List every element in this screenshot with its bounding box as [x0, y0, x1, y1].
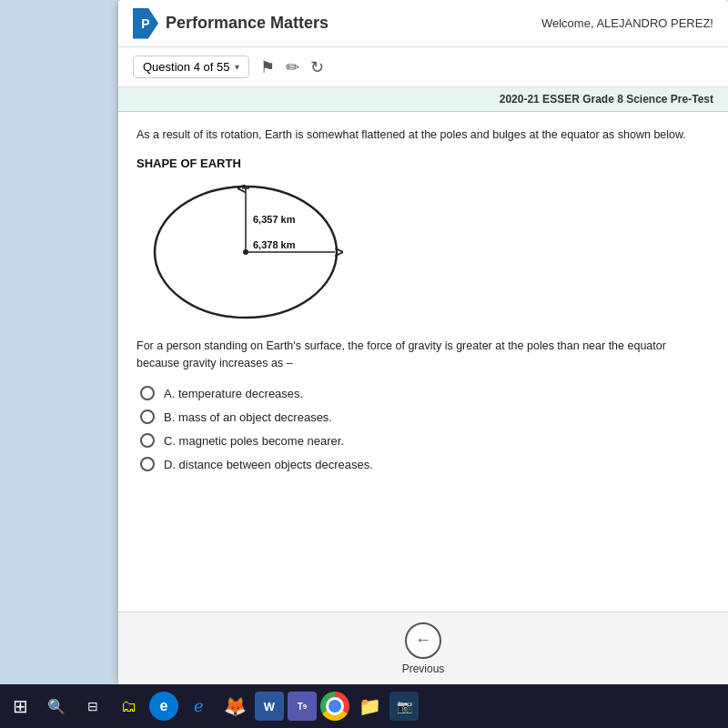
taskbar: ⊞ 🔍 ⊟ 🗂 e ℯ 🦊 W T9 📁 📷: [0, 684, 728, 728]
choice-b[interactable]: B. mass of an object decreases.: [140, 410, 710, 424]
choice-d[interactable]: D. distance between objects decreases.: [140, 457, 710, 471]
choice-d-label: D. distance between objects decreases.: [164, 458, 373, 471]
file-explorer-icon[interactable]: 🗂: [113, 690, 146, 723]
choice-a-label: A. temperature decreases.: [164, 387, 303, 400]
pm-logo: P Performance Matters: [133, 8, 329, 39]
radio-a[interactable]: [140, 386, 155, 400]
question-intro: As a result of its rotation, Earth is so…: [136, 126, 710, 144]
previous-arrow-icon: ←: [405, 622, 441, 659]
choice-b-label: B. mass of an object decreases.: [164, 410, 332, 424]
search-taskbar-button[interactable]: 🔍: [40, 690, 73, 723]
svg-text:6,378 km: 6,378 km: [253, 239, 296, 250]
task-view-button[interactable]: ⊟: [76, 690, 109, 723]
teams-icon[interactable]: T9: [288, 692, 317, 721]
edge-icon[interactable]: e: [149, 692, 178, 721]
flag-icon[interactable]: ⚑: [260, 57, 275, 77]
camera-icon[interactable]: 📷: [389, 692, 419, 721]
word-icon[interactable]: W: [255, 692, 284, 721]
refresh-icon[interactable]: ↻: [310, 57, 324, 77]
earth-ellipse-svg: 6,357 km 6,378 km: [146, 179, 346, 325]
radio-d[interactable]: [140, 457, 155, 471]
start-button[interactable]: ⊞: [4, 690, 36, 723]
sub-header: Question 4 of 55 ▾ ⚑ ✏ ↻: [118, 47, 728, 87]
previous-label: Previous: [402, 662, 445, 675]
welcome-text: Welcome, ALEJANDRO PEREZ!: [541, 16, 713, 30]
question-label: Question 4 of 55: [143, 60, 229, 74]
footer: ← Previous: [118, 612, 728, 684]
radio-b[interactable]: [140, 410, 155, 424]
dropdown-arrow-icon: ▾: [235, 62, 239, 72]
files-icon[interactable]: 📁: [353, 690, 386, 723]
test-label-text: 2020-21 ESSER Grade 8 Science Pre-Test: [500, 93, 713, 106]
previous-button[interactable]: ← Previous: [402, 622, 445, 675]
pm-logo-icon: P: [133, 8, 158, 39]
answer-choices: A. temperature decreases. B. mass of an …: [140, 386, 710, 471]
choice-c[interactable]: C. magnetic poles become nearer.: [140, 433, 710, 448]
ie-icon[interactable]: ℯ: [182, 690, 215, 723]
edit-icon[interactable]: ✏: [286, 57, 299, 77]
diagram-section: SHAPE OF EARTH: [136, 157, 710, 325]
choice-c-label: C. magnetic poles become nearer.: [164, 434, 344, 448]
app-title: Performance Matters: [166, 14, 329, 33]
test-label-bar: 2020-21 ESSER Grade 8 Science Pre-Test: [118, 87, 728, 112]
earth-diagram: 6,357 km 6,378 km: [146, 179, 710, 325]
chrome-icon[interactable]: [320, 692, 349, 721]
diagram-title: SHAPE OF EARTH: [136, 157, 710, 170]
question-text: For a person standing on Earth's surface…: [136, 338, 710, 372]
header-left: P Performance Matters: [133, 8, 329, 39]
question-selector[interactable]: Question 4 of 55 ▾: [133, 56, 249, 78]
firefox-icon[interactable]: 🦊: [218, 690, 251, 723]
svg-text:6,357 km: 6,357 km: [253, 214, 296, 225]
radio-c[interactable]: [140, 433, 155, 448]
header: P Performance Matters Welcome, ALEJANDRO…: [118, 0, 728, 47]
browser-window: P Performance Matters Welcome, ALEJANDRO…: [118, 0, 728, 681]
content-area: As a result of its rotation, Earth is so…: [118, 112, 728, 603]
choice-a[interactable]: A. temperature decreases.: [140, 386, 710, 400]
earth-ellipse-container: 6,357 km 6,378 km: [146, 179, 346, 325]
